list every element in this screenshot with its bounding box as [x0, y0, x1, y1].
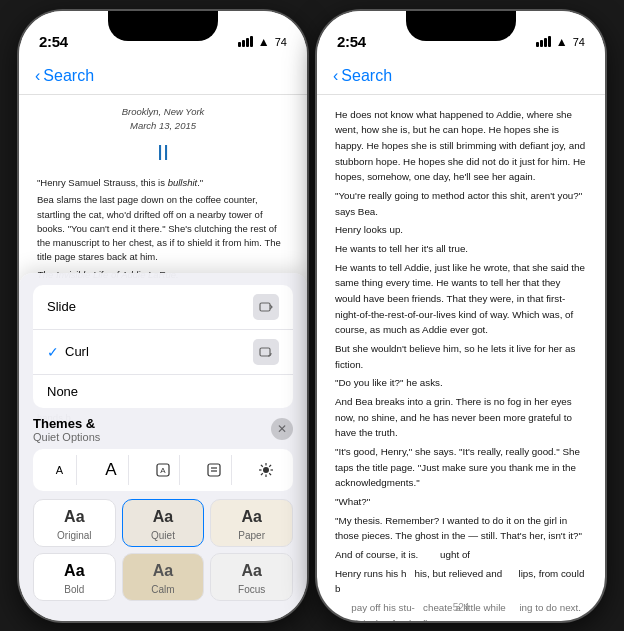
checkmark-icon: ✓ [47, 344, 59, 360]
none-label: None [47, 384, 78, 399]
right-status-bar: 2:54 ▲ 74 [317, 11, 605, 59]
reading-para-4: He wants to tell her it's all true. [335, 241, 587, 257]
right-nav-bar: ‹ Search [317, 59, 605, 95]
svg-line-12 [261, 464, 263, 466]
reading-para-8: And Bea breaks into a grin. There is no … [335, 394, 587, 441]
right-phone: 2:54 ▲ 74 ‹ Search He does not know what… [317, 11, 605, 621]
theme-paper-card[interactable]: Aa Paper [210, 499, 293, 547]
theme-quiet-card[interactable]: Aa Quiet [122, 499, 205, 547]
left-phone: 2:54 ▲ 74 ‹ Search Brooklyn, New Yor [19, 11, 307, 621]
theme-bold-card[interactable]: Aa Bold [33, 553, 116, 601]
chapter-number: II [37, 136, 289, 170]
themes-subtitle: Quiet Options [33, 431, 100, 443]
slide-label: Slide [47, 299, 76, 314]
theme-bold-label: Bold [64, 584, 84, 595]
right-signal-icon [536, 36, 551, 47]
themes-header: Themes & Quiet Options ✕ [33, 416, 293, 443]
svg-rect-4 [208, 464, 220, 476]
phones-container: 2:54 ▲ 74 ‹ Search Brooklyn, New Yor [19, 11, 605, 621]
slide-option-curl[interactable]: ✓ Curl [33, 330, 293, 375]
slide-options: Slide ✓ Curl None [33, 285, 293, 408]
right-wifi-icon: ▲ [556, 35, 568, 49]
reading-para-5: He wants to tell Addie, just like he wro… [335, 260, 587, 338]
right-status-icons: ▲ 74 [536, 35, 585, 49]
svg-line-13 [269, 473, 271, 475]
theme-quiet-label: Quiet [151, 530, 175, 541]
overlay-panel: Slide ✓ Curl None [19, 273, 307, 621]
chevron-left-icon: ‹ [35, 67, 40, 85]
right-notch [406, 11, 516, 41]
theme-focus-preview: Aa [241, 562, 261, 580]
reading-para-12: And of course, it is. ught of [335, 547, 587, 563]
reading-para-3: Henry looks up. [335, 222, 587, 238]
reading-para-2: "You're really going to method actor thi… [335, 188, 587, 219]
theme-grid: Aa Original Aa Quiet Aa Paper Aa Bold Aa [33, 499, 293, 601]
book-header: Brooklyn, New York March 13, 2015 II [37, 105, 289, 171]
theme-calm-preview: Aa [153, 562, 173, 580]
theme-original-card[interactable]: Aa Original [33, 499, 116, 547]
slide-icon [253, 294, 279, 320]
close-button[interactable]: ✕ [271, 418, 293, 440]
svg-line-15 [261, 473, 263, 475]
theme-focus-label: Focus [238, 584, 265, 595]
back-label: Search [43, 67, 94, 85]
theme-original-preview: Aa [64, 508, 84, 526]
reading-para-13: Henry runs his h his, but relieved and l… [335, 566, 587, 597]
right-time: 2:54 [337, 33, 366, 50]
svg-rect-1 [260, 348, 270, 356]
font-format-button[interactable] [198, 455, 232, 485]
theme-calm-label: Calm [151, 584, 174, 595]
reading-para-7: "Do you like it?" he asks. [335, 375, 587, 391]
battery-icon: 74 [275, 36, 287, 48]
page-number: 524 [453, 602, 470, 613]
slide-option-none[interactable]: None [33, 375, 293, 408]
right-back-label: Search [341, 67, 392, 85]
slide-option-slide[interactable]: Slide [33, 285, 293, 330]
theme-paper-preview: Aa [241, 508, 261, 526]
themes-title: Themes & [33, 416, 100, 431]
curl-icon [253, 339, 279, 365]
font-style-button[interactable]: A [146, 455, 180, 485]
book-location: Brooklyn, New York [37, 105, 289, 120]
right-back-button[interactable]: ‹ Search [333, 67, 392, 85]
brightness-button[interactable] [249, 455, 283, 485]
reading-para-10: "What?" [335, 494, 587, 510]
left-nav-bar: ‹ Search [19, 59, 307, 95]
font-increase-button[interactable]: A [95, 455, 129, 485]
theme-calm-card[interactable]: Aa Calm [122, 553, 205, 601]
left-back-button[interactable]: ‹ Search [35, 67, 94, 85]
font-decrease-button[interactable]: A [43, 455, 77, 485]
theme-original-label: Original [57, 530, 91, 541]
reading-para-6: But she wouldn't believe him, so he lets… [335, 341, 587, 372]
signal-icon [238, 36, 253, 47]
svg-line-14 [269, 464, 271, 466]
theme-paper-label: Paper [238, 530, 265, 541]
svg-rect-0 [260, 303, 270, 311]
reading-para-11: "My thesis. Remember? I wanted to do it … [335, 513, 587, 544]
right-battery-icon: 74 [573, 36, 585, 48]
theme-bold-preview: Aa [64, 562, 84, 580]
book-date: March 13, 2015 [37, 119, 289, 134]
curl-label: Curl [65, 344, 89, 359]
theme-quiet-preview: Aa [153, 508, 173, 526]
left-status-icons: ▲ 74 [238, 35, 287, 49]
left-status-bar: 2:54 ▲ 74 [19, 11, 307, 59]
svg-point-7 [263, 467, 269, 473]
svg-text:A: A [160, 466, 166, 475]
wifi-icon: ▲ [258, 35, 270, 49]
notch [108, 11, 218, 41]
reading-para-9: "It's good, Henry," she says. "It's real… [335, 444, 587, 491]
font-controls: A A A [33, 449, 293, 491]
theme-focus-card[interactable]: Aa Focus [210, 553, 293, 601]
left-time: 2:54 [39, 33, 68, 50]
right-chevron-left-icon: ‹ [333, 67, 338, 85]
reading-para-1: He does not know what happened to Addie,… [335, 107, 587, 185]
right-reading-content: He does not know what happened to Addie,… [317, 95, 605, 621]
